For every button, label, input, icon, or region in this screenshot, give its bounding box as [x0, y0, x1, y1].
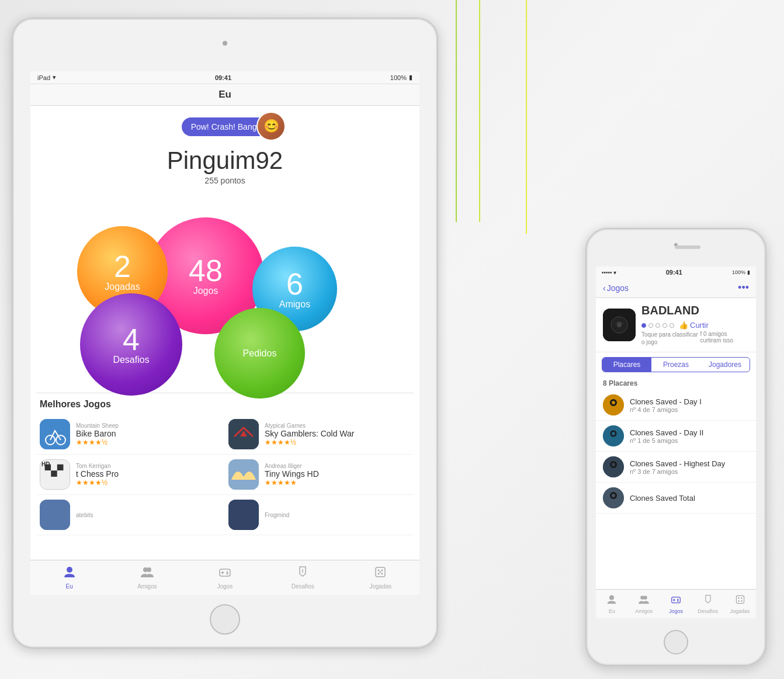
placar-sub-1: nº 1 de 5 amigos [630, 437, 749, 444]
placar-item-2[interactable]: Clones Saved - Highest Day nº 3 de 7 ami… [596, 452, 756, 483]
bubble-jogadas-number: 2 [114, 251, 131, 282]
svg-rect-8 [45, 470, 51, 477]
iphone-screen: ••••• ▾ 09:41 100% ▮ ‹ Jogos ••• BAD [596, 266, 756, 618]
svg-rect-6 [51, 465, 57, 471]
rating-dot-4 [662, 323, 667, 328]
game-item-6[interactable]: Frogmind [225, 495, 414, 535]
ipad-tab-desafios[interactable]: Desafios [264, 563, 342, 592]
game-developer-5: Frogmind [265, 512, 410, 518]
placar-icon-2 [603, 456, 624, 477]
ipad-status-right: 100% ▮ [390, 74, 412, 81]
game-item-bike-baron[interactable]: Mountain Sheep Bike Baron ★★★★½ [36, 414, 225, 455]
ipad-navbar: Eu [30, 84, 419, 106]
ipad-tab-desafios-icon [296, 566, 309, 582]
svg-point-41 [609, 595, 614, 600]
iphone-tab-eu[interactable]: Eu [596, 594, 628, 614]
svg-point-18 [227, 571, 228, 573]
bubble-amigos-label: Amigos [279, 299, 310, 310]
ipad-home-button[interactable] [210, 604, 240, 635]
game-item-tiny-wings[interactable]: Andreas Illiger Tiny Wings HD ★★★★★ [225, 455, 414, 495]
iphone-more-button[interactable]: ••• [738, 282, 749, 294]
bubble-desafios[interactable]: 4 Desafios [80, 293, 182, 396]
iphone-tab-jogadas[interactable]: Jogadas [724, 594, 756, 614]
game-item-sky-gamblers[interactable]: Atypical Games Sky Gamblers: Cold War ★★… [225, 414, 414, 455]
placares-count: 8 Placares [596, 377, 756, 390]
iphone-tab-desafios[interactable]: Desafios [692, 594, 724, 614]
bubble-pedidos[interactable]: Pedidos [214, 308, 305, 399]
ipad-model-label: iPad [37, 74, 50, 81]
rate-text: Toque para classificar o jogo [641, 331, 700, 346]
ipad-tab-amigos[interactable]: Amigos [108, 563, 186, 592]
game-stars-0: ★★★★½ [76, 438, 221, 446]
iphone-tab-desafios-label: Desafios [698, 608, 718, 614]
game-developer-0: Mountain Sheep [76, 422, 221, 429]
game-item-5[interactable]: atebits [36, 495, 225, 535]
iphone-tab-eu-icon [606, 594, 617, 608]
placar-item-3[interactable]: Clones Saved Total [596, 483, 756, 514]
segment-control: Placares Proezas Jogadores [602, 357, 750, 372]
ipad-content: Pow! Crash! Bang! 😊 Pinguim92 255 pontos… [30, 106, 419, 578]
profile-bubble-wrapper: Pow! Crash! Bang! 😊 [182, 117, 269, 141]
placar-icon-1 [603, 425, 624, 446]
game-stars-2: ★★★★½ [76, 479, 221, 487]
ipad-tab-jogadas[interactable]: Jogadas [342, 563, 419, 592]
ipad-tab-jogos-label: Jogos [217, 583, 233, 590]
line-green1 [456, 0, 457, 222]
iphone-back-label: Jogos [607, 283, 629, 293]
segment-placares[interactable]: Placares [602, 358, 651, 372]
ipad-tab-desafios-label: Desafios [292, 583, 314, 590]
iphone-tab-jogos[interactable]: Jogos [660, 594, 692, 614]
game-info-chess: Tom Kerrigan t Chess Pro ★★★★½ [76, 463, 221, 487]
ipad-navbar-title: Eu [218, 89, 231, 100]
iphone-home-button[interactable] [664, 630, 688, 654]
iphone-tab-jogadas-label: Jogadas [730, 608, 750, 614]
back-chevron-icon: ‹ [603, 283, 606, 293]
svg-rect-47 [736, 595, 744, 603]
friends-text: f 0 amigos curtiram isso [700, 331, 749, 346]
ipad-tab-eu-label: Eu [65, 583, 72, 590]
ipad-screen: iPad ▾ 09:41 100% ▮ Eu Pow! Crash! Bang! [30, 71, 419, 595]
placar-name-3: Clones Saved Total [630, 494, 749, 503]
placar-item-0[interactable]: Clones Saved - Day I nº 4 de 7 amigos [596, 390, 756, 421]
bubble-jogos-label: Jogos [193, 286, 218, 296]
iphone-tab-amigos[interactable]: Amigos [628, 594, 660, 614]
profile-bubble: Pow! Crash! Bang! [182, 117, 269, 136]
game-icon-5 [40, 500, 70, 530]
placar-info-2: Clones Saved - Highest Day nº 3 de 7 ami… [630, 459, 749, 475]
game-icon-chess: HD [40, 459, 70, 490]
svg-rect-7 [57, 465, 64, 471]
segment-jogadores[interactable]: Jogadores [700, 358, 750, 372]
like-button[interactable]: 👍 Curtir [679, 321, 709, 330]
rating-dot-2 [648, 323, 653, 328]
ipad-status-left: iPad ▾ [37, 74, 56, 81]
placar-icon-3 [603, 487, 624, 508]
ipad-tab-jogos-icon [218, 566, 231, 582]
section-title: Melhores Jogos [30, 393, 419, 414]
profile-bubble-text: Pow! Crash! Bang! [191, 122, 259, 131]
game-info-sky-gamblers: Atypical Games Sky Gamblers: Cold War ★★… [265, 422, 410, 446]
battery-label: 100% [390, 74, 407, 81]
ipad-tab-eu-icon [63, 566, 76, 582]
profile-username: Pinguim92 [167, 147, 283, 175]
iphone-back-button[interactable]: ‹ Jogos [603, 283, 629, 293]
game-info-6: Frogmind [265, 512, 410, 518]
iphone-navbar: ‹ Jogos ••• [596, 278, 756, 298]
svg-rect-12 [40, 500, 70, 530]
iphone-device: ••••• ▾ 09:41 100% ▮ ‹ Jogos ••• BAD [585, 228, 766, 666]
segment-proezas[interactable]: Proezas [651, 358, 700, 372]
iphone-tab-amigos-icon [639, 594, 649, 608]
game-item-chess[interactable]: HD Tom Kerrigan t Chess Pro ★★★★½ [36, 455, 225, 495]
decorative-lines [450, 0, 520, 245]
bubble-jogos-number: 48 [189, 255, 223, 286]
rating-dot-1 [641, 323, 646, 328]
svg-rect-9 [51, 470, 57, 477]
ipad-tab-eu[interactable]: Eu [30, 563, 108, 592]
svg-point-45 [677, 598, 678, 600]
ipad-device: iPad ▾ 09:41 100% ▮ Eu Pow! Crash! Bang! [12, 18, 438, 649]
iphone-tab-amigos-label: Amigos [635, 608, 653, 614]
placar-item-1[interactable]: Clones Saved - Day II nº 1 de 5 amigos [596, 421, 756, 452]
ipad-tab-jogos[interactable]: Jogos [186, 563, 263, 592]
game-info-bike-baron: Mountain Sheep Bike Baron ★★★★½ [76, 422, 221, 446]
game-icon-6 [228, 500, 259, 530]
iphone-speaker [675, 245, 700, 249]
